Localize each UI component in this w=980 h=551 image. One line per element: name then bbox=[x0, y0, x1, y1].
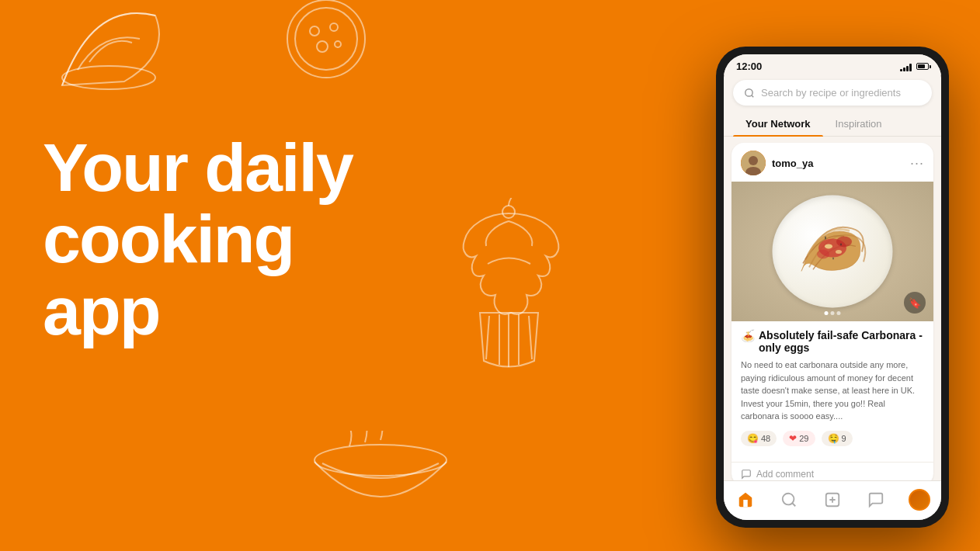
signal-icon bbox=[900, 62, 912, 71]
battery-icon bbox=[916, 63, 929, 70]
svg-line-15 bbox=[752, 95, 754, 97]
post-header: tomo_ya ··· bbox=[732, 143, 933, 182]
image-dots-indicator bbox=[825, 311, 841, 315]
post-more-button[interactable]: ··· bbox=[910, 156, 924, 170]
svg-point-17 bbox=[749, 156, 758, 165]
hero-line2: cooking bbox=[43, 203, 353, 275]
svg-point-20 bbox=[836, 236, 852, 247]
post-user: tomo_ya bbox=[741, 151, 813, 175]
comment-icon bbox=[741, 469, 752, 480]
svg-rect-25 bbox=[840, 243, 842, 245]
nav-profile[interactable] bbox=[904, 487, 935, 512]
status-time: 12:00 bbox=[736, 61, 762, 72]
reaction-heart-count: 29 bbox=[799, 434, 808, 443]
feed: tomo_ya ··· bbox=[724, 137, 941, 480]
reaction-drool[interactable]: 🤤 9 bbox=[822, 431, 853, 446]
reaction-heart[interactable]: ❤ 29 bbox=[783, 431, 815, 446]
svg-point-22 bbox=[825, 244, 832, 248]
home-icon bbox=[737, 491, 754, 508]
tab-bar: Your Network Inspiration bbox=[724, 112, 941, 137]
save-button[interactable]: 🔖 bbox=[904, 292, 926, 314]
phone-mockup: 12:00 bbox=[716, 47, 949, 528]
post-title-text: Absolutely fail-safe Carbonara - only eg… bbox=[759, 329, 924, 354]
hero-line3: app bbox=[43, 276, 353, 347]
search-container: Search by recipe or ingredients bbox=[724, 75, 941, 112]
recipe-emoji: 🍝 bbox=[741, 329, 756, 343]
post-item: tomo_ya ··· bbox=[732, 143, 933, 480]
nav-add[interactable] bbox=[817, 487, 848, 512]
post-title: 🍝 Absolutely fail-safe Carbonara - only … bbox=[741, 329, 924, 354]
add-comment-label: Add comment bbox=[756, 469, 814, 480]
svg-point-21 bbox=[817, 249, 829, 258]
reaction-happy-count: 48 bbox=[761, 434, 770, 443]
svg-rect-24 bbox=[825, 236, 826, 239]
tab-inspiration[interactable]: Inspiration bbox=[823, 112, 895, 136]
post-content: 🍝 Absolutely fail-safe Carbonara - only … bbox=[732, 321, 933, 462]
status-bar: 12:00 bbox=[724, 54, 941, 75]
pasta-plate bbox=[732, 182, 933, 321]
post-description: No need to eat carbonara outside any mor… bbox=[741, 359, 924, 423]
profile-avatar bbox=[909, 489, 930, 511]
nav-search[interactable] bbox=[773, 487, 805, 512]
bottom-navigation bbox=[724, 480, 941, 520]
add-icon bbox=[824, 491, 841, 508]
nav-home[interactable] bbox=[730, 487, 761, 512]
svg-line-31 bbox=[792, 503, 795, 506]
user-avatar bbox=[741, 151, 766, 175]
search-nav-icon bbox=[780, 491, 798, 508]
status-icons bbox=[900, 62, 929, 71]
post-username: tomo_ya bbox=[772, 158, 813, 169]
svg-point-23 bbox=[836, 250, 842, 254]
phone-screen: 12:00 bbox=[724, 54, 941, 520]
reaction-happy[interactable]: 😋 48 bbox=[741, 431, 777, 446]
search-placeholder-text: Search by recipe or ingredients bbox=[761, 87, 901, 99]
nav-messages[interactable] bbox=[860, 487, 891, 512]
chat-icon bbox=[867, 491, 884, 508]
post-food-image: 🔖 bbox=[732, 182, 933, 321]
tab-your-network[interactable]: Your Network bbox=[733, 112, 823, 136]
search-bar[interactable]: Search by recipe or ingredients bbox=[733, 80, 932, 106]
hero-text-block: Your daily cooking app bbox=[43, 132, 353, 347]
comment-section[interactable]: Add comment bbox=[732, 462, 933, 481]
svg-point-30 bbox=[783, 494, 794, 505]
phone-outer-shell: 12:00 bbox=[716, 47, 949, 528]
search-icon bbox=[744, 88, 755, 99]
reaction-drool-count: 9 bbox=[842, 434, 846, 443]
svg-rect-26 bbox=[832, 257, 834, 259]
svg-point-14 bbox=[745, 88, 752, 95]
reactions-row: 😋 48 ❤ 29 🤤 9 bbox=[741, 431, 924, 446]
hero-line1: Your daily bbox=[43, 132, 353, 203]
